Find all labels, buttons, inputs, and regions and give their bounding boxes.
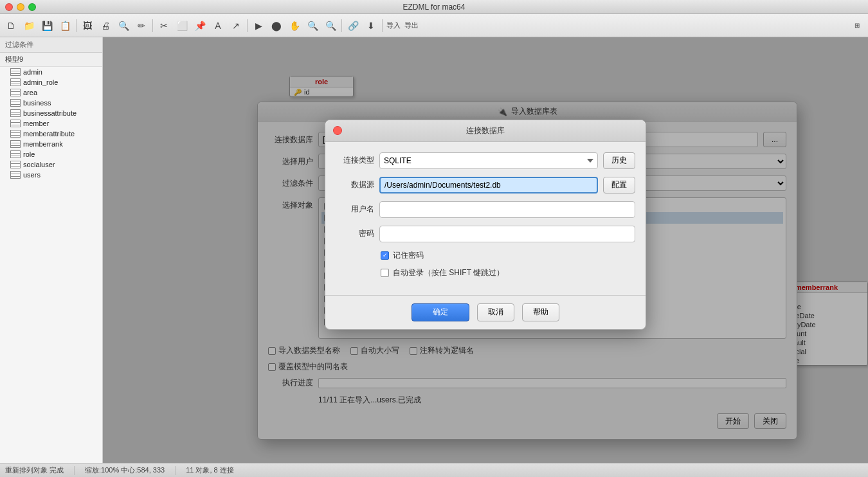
sidebar-label-socialuser: socialuser — [23, 161, 55, 168]
table-icon-member — [10, 120, 21, 127]
sidebar-label-business: business — [23, 99, 51, 107]
status-right: 11 对象, 8 连接 — [186, 465, 234, 475]
conn-remember-row[interactable]: 记住密码 — [336, 250, 635, 261]
sidebar-item-role[interactable]: role — [0, 149, 102, 159]
table-icon-users — [10, 171, 21, 179]
cb-remember[interactable] — [381, 251, 389, 260]
maximize-button[interactable] — [28, 3, 36, 11]
conn-datasource-input[interactable] — [379, 177, 598, 194]
sidebar-filter-header: 过滤条件 — [0, 37, 102, 53]
conn-cancel-btn[interactable]: 取消 — [477, 303, 514, 321]
modal-overlay: 连接数据库 连接类型 SQLITE 历史 数据源 — [103, 37, 868, 463]
conn-type-select[interactable]: SQLITE — [379, 152, 598, 169]
status-sep1 — [74, 466, 75, 475]
sep1 — [76, 19, 77, 32]
conn-remember-label: 记住密码 — [393, 250, 424, 261]
sidebar-item-admin[interactable]: admin — [0, 67, 102, 77]
sidebar-item-socialuser[interactable]: socialuser — [0, 159, 102, 170]
table-icon-area — [10, 89, 21, 96]
table-icon-memberattribute — [10, 130, 21, 138]
toolbar-save-as[interactable]: 📋 — [57, 17, 73, 34]
sidebar-item-memberattribute[interactable]: memberattribute — [0, 129, 102, 139]
canvas-area[interactable]: role 🔑 id memberrank 🔑 id Abc name 🚫 cre… — [103, 37, 868, 463]
conn-username-label: 用户名 — [336, 204, 374, 215]
sidebar-label-area: area — [23, 89, 37, 96]
sidebar-label-admin: admin — [23, 68, 42, 76]
conn-close-btn[interactable] — [333, 126, 342, 135]
toolbar-hand[interactable]: ✋ — [286, 17, 303, 34]
toolbar-link[interactable]: 🔗 — [345, 17, 361, 34]
toolbar-open[interactable]: 📁 — [21, 17, 37, 34]
toolbar-zoom-in[interactable]: 🔍 — [304, 17, 321, 34]
sidebar-label-admin-role: admin_role — [23, 78, 58, 86]
sidebar-item-memberrank[interactable]: memberrank — [0, 139, 102, 149]
toolbar-play[interactable]: ▶ — [250, 17, 267, 34]
table-icon-role — [10, 150, 21, 158]
table-icon-memberrank — [10, 140, 21, 148]
conn-username-input[interactable] — [379, 201, 635, 218]
sidebar-item-admin-role[interactable]: admin_role — [0, 77, 102, 87]
conn-autologin-row[interactable]: 自动登录（按住 SHIFT 键跳过） — [336, 267, 635, 278]
conn-password-input[interactable] — [379, 226, 635, 242]
table-icon-business — [10, 99, 21, 107]
sep4 — [341, 19, 342, 32]
conn-help-btn[interactable]: 帮助 — [522, 303, 559, 321]
toolbar-edit[interactable]: ✏ — [133, 17, 150, 34]
conn-config-btn[interactable]: 配置 — [603, 177, 635, 194]
toolbar-conn[interactable]: ⬤ — [268, 17, 285, 34]
toolbar-arrow[interactable]: ↗ — [228, 17, 244, 34]
sidebar-label-role: role — [23, 150, 35, 158]
table-icon-businessattribute — [10, 109, 21, 117]
conn-dialog-title: 连接数据库 — [325, 120, 646, 142]
sidebar-label-businessattribute: businessattribute — [23, 109, 77, 117]
toolbar-paste[interactable]: 📌 — [192, 17, 208, 34]
sidebar-label-member: member — [23, 120, 49, 127]
toolbar-import[interactable]: ⬇ — [363, 17, 379, 34]
sidebar-item-businessattribute[interactable]: businessattribute — [0, 108, 102, 118]
sep5 — [382, 19, 383, 32]
conn-type-row: 连接类型 SQLITE 历史 — [336, 152, 635, 169]
status-bar: 重新排列对象 完成 缩放:100% 中心:584, 333 11 对象, 8 连… — [0, 463, 868, 477]
conn-datasource-row: 数据源 配置 — [336, 177, 635, 194]
window-controls — [5, 3, 36, 11]
toolbar-text[interactable]: A — [210, 17, 226, 34]
conn-dialog-body: 连接类型 SQLITE 历史 数据源 配置 用户名 — [325, 142, 646, 295]
conn-type-label: 连接类型 — [336, 155, 374, 166]
conn-datasource-label: 数据源 — [336, 179, 374, 190]
sidebar-item-users[interactable]: users — [0, 170, 102, 180]
minimize-button[interactable] — [17, 3, 24, 11]
toolbar-copy[interactable]: ⬜ — [174, 17, 190, 34]
sidebar: 过滤条件 模型9 admin admin_role area business … — [0, 37, 103, 463]
close-button[interactable] — [5, 3, 13, 11]
status-center: 缩放:100% 中心:584, 333 — [85, 465, 165, 475]
table-icon-admin-role — [10, 78, 21, 86]
sep2 — [152, 19, 153, 32]
title-bar: EZDML for mac64 — [0, 0, 868, 14]
toolbar-zoom-out[interactable]: 🔍 — [322, 17, 339, 34]
sidebar-item-business[interactable]: business — [0, 98, 102, 108]
toolbar-db-import[interactable]: 导入 — [385, 17, 402, 34]
toolbar-extra[interactable]: ⊞ — [849, 17, 865, 34]
toolbar-new[interactable]: 🗋 — [3, 17, 19, 34]
sep3 — [247, 19, 248, 32]
toolbar-cut[interactable]: ✂ — [156, 17, 172, 34]
toolbar-find[interactable]: 🔍 — [115, 17, 132, 34]
toolbar-save[interactable]: 💾 — [39, 17, 55, 34]
toolbar: 🗋 📁 💾 📋 🖼 🖨 🔍 ✏ ✂ ⬜ 📌 A ↗ ▶ ⬤ ✋ 🔍 🔍 🔗 ⬇ … — [0, 14, 868, 37]
sidebar-label-memberattribute: memberattribute — [23, 130, 75, 138]
toolbar-export-img[interactable]: 🖼 — [79, 17, 96, 34]
sidebar-item-member[interactable]: member — [0, 118, 102, 129]
conn-confirm-btn[interactable]: 确定 — [411, 303, 469, 321]
conn-history-btn[interactable]: 历史 — [603, 152, 635, 169]
toolbar-db-export[interactable]: 导出 — [403, 17, 420, 34]
main-layout: 过滤条件 模型9 admin admin_role area business … — [0, 37, 868, 463]
conn-password-row: 密码 — [336, 226, 635, 242]
conn-autologin-label: 自动登录（按住 SHIFT 键跳过） — [393, 267, 504, 278]
table-icon-socialuser — [10, 161, 21, 168]
cb-autologin[interactable] — [381, 269, 389, 277]
sidebar-item-area[interactable]: area — [0, 87, 102, 98]
conn-username-row: 用户名 — [336, 201, 635, 218]
table-icon-admin — [10, 68, 21, 76]
toolbar-print[interactable]: 🖨 — [97, 17, 114, 34]
conn-title-text: 连接数据库 — [342, 125, 629, 136]
